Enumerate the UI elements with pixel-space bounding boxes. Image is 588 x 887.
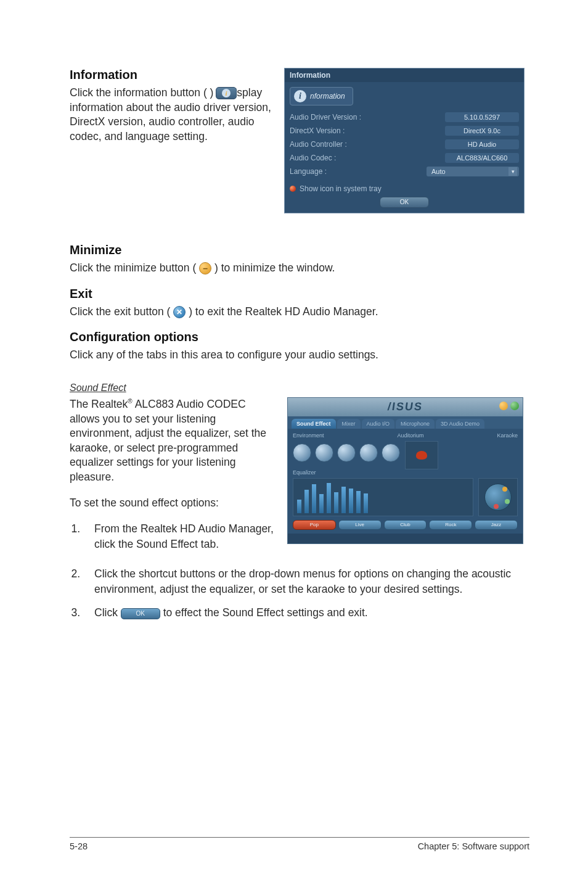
information-body: Click the information button ( ) to disp…: [70, 86, 273, 144]
minimize-body: Click the minimize button ( – ) to minim…: [70, 261, 529, 276]
info-panel-tab[interactable]: i nformation: [290, 87, 353, 105]
chapter-label: Chapter 5: Software support: [418, 841, 529, 851]
eq-band[interactable]: [334, 492, 338, 513]
tab-microphone[interactable]: Microphone: [396, 419, 435, 429]
info-tab-label: nformation: [310, 92, 345, 101]
registered-mark: ®: [128, 398, 132, 405]
language-value: Auto: [431, 168, 446, 175]
info-label: DirectX Version :: [290, 126, 345, 135]
ok-button[interactable]: OK: [380, 197, 429, 208]
se-footer-bar: [288, 534, 523, 543]
eq-band[interactable]: [297, 500, 301, 513]
brand-pre: The Realtek: [70, 398, 128, 410]
tab-3d-demo[interactable]: 3D Audio Demo: [436, 419, 484, 429]
information-heading: Information: [70, 68, 273, 82]
page-footer: 5-28 Chapter 5: Software support: [70, 837, 529, 851]
minimize-icon[interactable]: [499, 402, 508, 410]
sound-effect-para: The Realtek® ALC883 Audio CODEC allows y…: [70, 397, 276, 485]
env-preset-button[interactable]: [293, 444, 311, 462]
close-icon: ✕: [173, 306, 186, 318]
preset-button[interactable]: Pop: [293, 520, 336, 530]
tab-audio-io[interactable]: Audio I/O: [362, 419, 395, 429]
equalizer-label: Equalizer: [293, 469, 316, 476]
min-body-pre: Click the minimize button (: [70, 262, 196, 274]
env-preset-button[interactable]: [337, 444, 356, 462]
info-value: 5.10.0.5297: [445, 112, 519, 122]
ok-button-inline[interactable]: OK: [121, 608, 160, 619]
tab-mixer[interactable]: Mixer: [337, 419, 361, 429]
close-icon[interactable]: [510, 402, 519, 410]
equalizer-sliders[interactable]: [293, 478, 473, 516]
eq-band[interactable]: [364, 493, 368, 513]
step-3: Click OK to effect the Sound Effect sett…: [83, 605, 529, 621]
chevron-down-icon[interactable]: ▾: [508, 167, 517, 176]
info-label: Audio Driver Version :: [290, 113, 361, 122]
eq-band[interactable]: [312, 484, 316, 513]
eq-band[interactable]: [341, 487, 346, 513]
minimize-heading: Minimize: [70, 243, 529, 257]
radio-icon[interactable]: [290, 186, 296, 192]
info-value: DirectX 9.0c: [445, 126, 519, 136]
preset-button[interactable]: Club: [384, 520, 427, 530]
env-preset-button[interactable]: [315, 444, 333, 462]
information-panel: Information i nformation Audio Driver Ve…: [284, 68, 525, 213]
eq-band[interactable]: [356, 491, 361, 513]
step3-pre: Click: [94, 606, 121, 619]
karaoke-icon: [416, 451, 427, 460]
eq-band[interactable]: [327, 483, 331, 513]
eq-band[interactable]: [304, 490, 309, 513]
exit-body: Click the exit button ( ✕ ) to exit the …: [70, 305, 529, 320]
show-tray-label: Show icon in system tray: [300, 184, 382, 193]
info-row-codec: Audio Codec : ALC883/ALC660: [290, 151, 519, 165]
minimize-icon: –: [199, 262, 211, 274]
info-label: Audio Codec :: [290, 154, 336, 162]
step-2: Click the shortcut buttons or the drop-d…: [83, 566, 529, 596]
eq-dial-box: [478, 478, 518, 516]
preset-button[interactable]: Jazz: [475, 520, 518, 530]
min-body-post: ) to minimize the window.: [214, 262, 335, 274]
info-panel-title: Information: [285, 68, 524, 82]
exit-body-pre: Click the exit button (: [70, 305, 170, 318]
karaoke-label: Karaoke: [497, 432, 518, 439]
karaoke-box[interactable]: [405, 441, 438, 469]
environment-label: Environment: [293, 432, 324, 439]
eq-band[interactable]: [349, 489, 353, 513]
config-heading: Configuration options: [70, 330, 529, 344]
info-body-text: Click the information button ( ) to disp…: [70, 86, 271, 142]
info-row-directx: DirectX Version : DirectX 9.0c: [290, 124, 519, 138]
info-value: ALC883/ALC660: [445, 153, 519, 163]
show-tray-option[interactable]: Show icon in system tray: [285, 182, 524, 197]
info-button-icon: [216, 87, 237, 99]
step3-post: to effect the Sound Effect settings and …: [163, 606, 368, 619]
exit-body-post: ) to exit the Realtek HD Audio Manager.: [189, 305, 378, 318]
info-row-controller: Audio Controller : HD Audio: [290, 138, 519, 151]
tab-sound-effect[interactable]: Sound Effect: [292, 419, 336, 429]
info-row-driver: Audio Driver Version : 5.10.0.5297: [290, 110, 519, 124]
environment-presets: [293, 441, 400, 467]
exit-heading: Exit: [70, 287, 529, 301]
page-number: 5-28: [70, 841, 88, 851]
env-preset-button[interactable]: [359, 444, 378, 462]
se-tabs: Sound Effect Mixer Audio I/O Microphone …: [288, 416, 523, 429]
config-body: Click any of the tabs in this area to co…: [70, 348, 529, 363]
info-row-language: Language : Auto ▾: [290, 165, 519, 178]
eq-preset-row: Pop Live Club Rock Jazz: [293, 516, 518, 531]
info-value: HD Audio: [445, 139, 519, 149]
env-preset-button[interactable]: [382, 444, 400, 462]
info-label: Audio Controller :: [290, 140, 347, 149]
set-options-intro: To set the sound effect options:: [70, 496, 276, 511]
step-1: From the Realtek HD Audio Manager, click…: [83, 521, 276, 551]
asus-logo: /ISUS: [387, 400, 424, 413]
auditorium-label: Auditorium: [397, 432, 423, 439]
preset-button[interactable]: Live: [338, 520, 382, 530]
se-para-text: ALC883 Audio CODEC allows you to set you…: [70, 398, 266, 483]
se-header: /ISUS: [288, 398, 523, 416]
sound-effect-subheading: Sound Effect: [70, 382, 529, 394]
info-icon: i: [294, 90, 306, 102]
preset-button[interactable]: Rock: [429, 520, 472, 530]
sound-effect-panel: /ISUS Sound Effect Mixer Audio I/O Micro…: [287, 397, 523, 544]
eq-dial[interactable]: [484, 484, 512, 511]
eq-band[interactable]: [319, 494, 324, 513]
language-dropdown[interactable]: Auto ▾: [427, 167, 519, 176]
info-label: Language :: [290, 167, 327, 176]
